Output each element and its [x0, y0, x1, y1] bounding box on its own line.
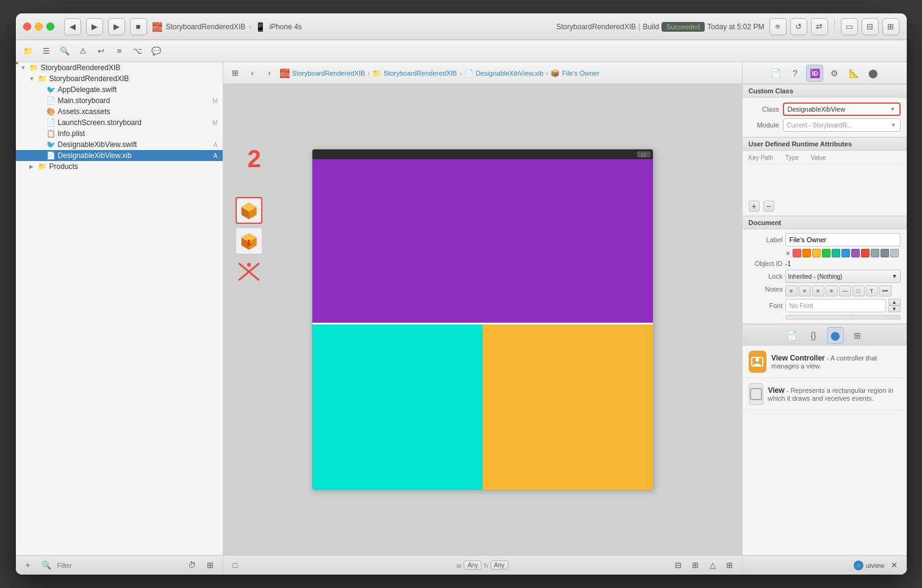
color-swatch-purple[interactable] [851, 249, 860, 257]
label-input[interactable] [785, 233, 901, 246]
forward-nav[interactable]: › [262, 66, 277, 81]
add-file-btn[interactable]: + [21, 558, 35, 573]
maximize-button[interactable] [46, 23, 54, 30]
breadcrumb-item-3[interactable]: DesignableXibView.xib [476, 70, 544, 77]
class-input[interactable]: DesignableXibView ▼ [783, 102, 901, 116]
view-controller-item[interactable]: View Controller - A controller that mana… [743, 346, 907, 378]
stop-button[interactable]: ■ [130, 18, 147, 35]
view-toggle-1[interactable]: ≡ [769, 18, 787, 35]
notes-align-center[interactable]: ≡ [799, 285, 811, 296]
breadcrumb: 🧱 StoryboardRenderedXIB › 📁 StoryboardRe… [279, 68, 737, 78]
breadcrumb-item-2[interactable]: StoryboardRenderedXIB [384, 70, 457, 77]
breadcrumb-item-4[interactable]: File's Owner [562, 70, 599, 77]
sidebar-item-designable-xib[interactable]: 📄 DesignableXibView.xib A [16, 150, 223, 161]
identity-inspector-btn[interactable]: 🆔 [806, 65, 823, 82]
sidebar-item-project[interactable]: 📁 StoryboardRenderedXIB [16, 73, 223, 84]
outline-btn[interactable]: ☰ [39, 44, 54, 59]
quick-help-btn[interactable]: ? [787, 65, 804, 82]
font-down-btn[interactable]: ▼ [888, 306, 901, 312]
sidebar-item-main-storyboard[interactable]: 📄 Main.storyboard M [16, 95, 223, 106]
color-swatch-light[interactable] [890, 249, 899, 257]
class-label: Class [749, 106, 779, 113]
notes-dash[interactable]: — [839, 285, 851, 296]
view-toggle-3[interactable]: ⇄ [811, 18, 828, 35]
notes-box[interactable]: □ [852, 285, 865, 296]
notes-align-left[interactable]: ≡ [785, 285, 798, 296]
notes-text[interactable]: T [866, 285, 878, 296]
panel-grid-btn[interactable]: ⊞ [849, 327, 866, 344]
device-home-btn: |||| [637, 151, 650, 157]
sidebar-item-plist[interactable]: 📋 Info.plist [16, 128, 223, 139]
w-any-btn[interactable]: Any [464, 561, 481, 570]
panel-circle-btn[interactable]: ⬤ [827, 327, 844, 344]
xib-cube-icon-selected[interactable] [236, 197, 262, 224]
xib-cube-icon-2[interactable]: 1 [236, 228, 262, 254]
add-attr-btn[interactable]: + [749, 201, 760, 212]
expand-arrow[interactable] [29, 163, 38, 170]
storyboard-canvas: 2 [223, 84, 742, 555]
color-swatch-yellow[interactable] [812, 249, 821, 257]
view-item[interactable]: View - Represents a rectangular region i… [743, 378, 907, 411]
device-size-icon[interactable]: □ [228, 558, 243, 573]
uiview-clear-btn[interactable]: ✕ [887, 558, 902, 573]
attributes-inspector-btn[interactable]: ⚙ [826, 65, 843, 82]
sidebar-item-root[interactable]: 📁 StoryboardRenderedXIB [16, 62, 223, 73]
close-button[interactable] [23, 23, 31, 30]
filter-input[interactable] [57, 562, 181, 569]
panel-file-btn[interactable]: 📄 [783, 327, 800, 344]
sidebar-item-assets[interactable]: 🎨 Assets.xcassets [16, 106, 223, 117]
zoom-icon[interactable]: ⊞ [722, 558, 737, 573]
constraint-icon[interactable]: ⊟ [671, 558, 686, 573]
forward-button[interactable]: ▶ [86, 18, 103, 35]
color-swatch-darkgray[interactable] [881, 249, 889, 257]
folder-icon-btn[interactable]: 📁 [21, 44, 35, 59]
color-swatch-pink[interactable] [861, 249, 870, 257]
color-swatch-blue[interactable] [841, 249, 850, 257]
pin-icon[interactable]: ⊞ [688, 558, 703, 573]
color-swatch-orange[interactable] [802, 249, 811, 257]
build-status-badge: Succeeded [661, 22, 705, 32]
panel-toggle-2[interactable]: ⊟ [862, 18, 879, 35]
view-toggle-2[interactable]: ↺ [790, 18, 807, 35]
back-nav-btn[interactable]: ↩ [94, 44, 109, 59]
font-input[interactable]: No Font [785, 299, 886, 312]
list-btn[interactable]: ≡ [112, 44, 127, 59]
remove-attr-btn[interactable]: − [763, 201, 774, 212]
font-up-btn[interactable]: ▲ [888, 299, 901, 306]
sidebar-item-products[interactable]: 📁 Products [16, 161, 223, 172]
module-input[interactable]: Current - StoryboardR... ▼ [783, 118, 901, 132]
size-inspector-btn[interactable]: 📐 [845, 65, 862, 82]
panel-code-btn[interactable]: {} [805, 327, 822, 344]
connections-inspector-btn[interactable]: ⬤ [865, 65, 882, 82]
resolve-icon[interactable]: △ [705, 558, 720, 573]
color-swatch-teal[interactable] [832, 249, 840, 257]
grid-view-btn[interactable]: ⊞ [228, 66, 243, 81]
hierarchy-btn[interactable]: ⊞ [203, 558, 218, 573]
file-inspector-btn[interactable]: 📄 [767, 65, 784, 82]
notes-more[interactable]: ••• [879, 285, 891, 296]
sidebar-item-designable-swift[interactable]: 🐦 DesignableXibView.swift A [16, 139, 223, 150]
color-swatch-green[interactable] [822, 249, 830, 257]
back-nav[interactable]: ‹ [245, 66, 260, 81]
sidebar-item-label: AppDelegate.swift [58, 85, 218, 94]
back-button[interactable]: ◀ [64, 18, 81, 35]
notes-align-right[interactable]: ≡ [812, 285, 824, 296]
play-button[interactable]: ▶ [108, 18, 125, 35]
h-any-btn[interactable]: Any [491, 561, 508, 570]
minimize-button[interactable] [35, 23, 43, 30]
color-swatch-red[interactable] [793, 249, 801, 257]
breadcrumb-item-1[interactable]: StoryboardRenderedXIB [292, 70, 366, 77]
panel-toggle-3[interactable]: ⊞ [882, 18, 899, 35]
color-swatch-gray[interactable] [871, 249, 879, 257]
comment-btn[interactable]: 💬 [149, 44, 164, 59]
recent-btn[interactable]: ⏱ [185, 558, 200, 573]
warning-btn[interactable]: ⚠ [76, 44, 90, 59]
sidebar-item-launchscreen[interactable]: 📄 LaunchScreen.storyboard M [16, 117, 223, 128]
notes-align-justify[interactable]: ≡ [826, 285, 838, 296]
panel-toggle-1[interactable]: ▭ [841, 18, 858, 35]
search-btn[interactable]: 🔍 [57, 44, 72, 59]
lock-select[interactable]: Inherited - (Nothing) ▼ [785, 270, 901, 283]
sidebar-item-appdelegate[interactable]: 🐦 AppDelegate.swift [16, 84, 223, 95]
folder-yellow-icon: 📁 [38, 162, 47, 171]
branch-btn[interactable]: ⌥ [131, 44, 145, 59]
